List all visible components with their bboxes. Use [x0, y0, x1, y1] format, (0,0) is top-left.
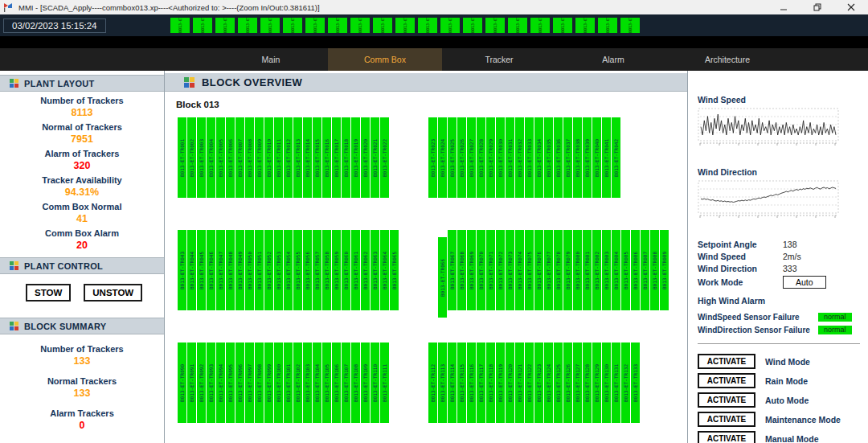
plant-control-button[interactable]: STOW: [26, 284, 71, 301]
tracker-bar[interactable]: B013-ET-TR061: [351, 230, 360, 310]
tracker-bar[interactable]: B013-ET-TR077: [544, 230, 553, 310]
tracker-bar[interactable]: B013-ET-TR051: [255, 230, 264, 310]
activate-button[interactable]: ACTIVATE: [698, 392, 755, 408]
tracker-bar[interactable]: B013-ET-TR025: [448, 117, 457, 198]
tracker-bar[interactable]: B013-ET-TR060: [342, 230, 350, 310]
tracker-bar[interactable]: B013-ET-TR107: [342, 343, 350, 423]
tracker-bar[interactable]: B013-ET-TR056: [303, 230, 312, 310]
tracker-bar[interactable]: B013-ET-TR133: [631, 343, 640, 423]
tracker-bar[interactable]: B013-ET-TR098: [255, 343, 264, 423]
tracker-bar[interactable]: B013-ET-TR020: [361, 117, 370, 198]
tracker-bar[interactable]: B013-ET-TR030: [496, 117, 505, 198]
activate-button[interactable]: ACTIVATE: [698, 412, 755, 427]
tracker-bar[interactable]: B013-ET-TR130: [602, 343, 611, 423]
tracker-bar[interactable]: B013-ET-TR014: [303, 117, 312, 198]
tracker-bar[interactable]: B013-ET-TR066: [438, 237, 447, 318]
tracker-bar[interactable]: B013-ET-TR092: [197, 343, 206, 423]
tracker-bar[interactable]: B013-ET-TR101: [284, 343, 293, 423]
tracker-bar[interactable]: B013-ET-TR129: [592, 343, 601, 423]
tracker-bar[interactable]: B013-ET-TR108: [351, 343, 360, 423]
maximize-button[interactable]: [800, 0, 834, 14]
tracker-bar[interactable]: B013-ET-TR075: [525, 230, 534, 310]
tracker-bar[interactable]: B013-ET-TR081: [583, 230, 592, 310]
activate-button[interactable]: ACTIVATE: [698, 373, 755, 388]
tracker-bar[interactable]: B013-ET-TR013: [293, 117, 302, 198]
tracker-bar[interactable]: B013-ET-TR063: [371, 230, 379, 310]
tracker-bar[interactable]: B013-ET-TR038: [573, 117, 582, 198]
tracker-bar[interactable]: B013-ET-TR040: [592, 117, 601, 198]
tracker-bar[interactable]: B013-ET-TR080: [573, 230, 582, 310]
tracker-bar[interactable]: B013-ET-TR034: [534, 117, 543, 198]
tracker-bar[interactable]: B013-ET-TR071: [486, 230, 495, 310]
tracker-bar[interactable]: B013-ET-TR089: [660, 230, 669, 310]
tracker-bar[interactable]: B013-ET-TR027: [467, 117, 476, 198]
tracker-bar[interactable]: B013-ET-TR119: [496, 343, 505, 423]
tracker-bar[interactable]: B013-ET-TR096: [235, 343, 244, 423]
tracker-bar[interactable]: B013-ET-TR095: [226, 343, 235, 423]
tracker-bar[interactable]: B013-ET-TR044: [187, 230, 196, 310]
tracker-bar[interactable]: B013-ET-TR120: [506, 343, 514, 423]
tracker-bar[interactable]: B013-ET-TR111: [380, 343, 389, 423]
tracker-bar[interactable]: B013-ET-TR042: [612, 117, 620, 198]
tracker-bar[interactable]: B013-ET-TR072: [496, 230, 505, 310]
tracker-bar[interactable]: B013-ET-TR067: [448, 230, 457, 310]
tracker-bar[interactable]: B013-ET-TR122: [525, 343, 534, 423]
activate-button[interactable]: ACTIVATE: [698, 431, 755, 443]
tracker-bar[interactable]: B013-ET-TR117: [477, 343, 485, 423]
plant-control-button[interactable]: UNSTOW: [84, 284, 142, 301]
tracker-bar[interactable]: B013-ET-TR059: [332, 230, 341, 310]
tracker-bar[interactable]: B013-ET-TR083: [602, 230, 611, 310]
tracker-bar[interactable]: B013-ET-TR005: [216, 117, 225, 198]
tracker-bar[interactable]: B013-ET-TR010: [264, 117, 273, 198]
tracker-bar[interactable]: B013-ET-TR037: [563, 117, 572, 198]
tracker-bar[interactable]: B013-ET-TR076: [534, 230, 543, 310]
tracker-bar[interactable]: B013-ET-TR121: [515, 343, 524, 423]
tracker-bar[interactable]: B013-ET-TR002: [187, 117, 196, 198]
tracker-bar[interactable]: B013-ET-TR082: [592, 230, 601, 310]
tracker-bar[interactable]: B013-ET-TR065: [390, 230, 399, 310]
tracker-bar[interactable]: B013-ET-TR021: [371, 117, 379, 198]
tracker-bar[interactable]: B013-ET-TR028: [477, 117, 485, 198]
tracker-bar[interactable]: B013-ET-TR131: [612, 343, 620, 423]
work-mode-value[interactable]: Auto: [783, 276, 826, 289]
tracker-bar[interactable]: B013-ET-TR113: [438, 343, 447, 423]
tracker-bar[interactable]: B013-ET-TR026: [457, 117, 466, 198]
tracker-bar[interactable]: B013-ET-TR045: [197, 230, 206, 310]
tracker-bar[interactable]: B013-ET-TR052: [264, 230, 273, 310]
tracker-bar[interactable]: B013-ET-TR099: [264, 343, 273, 423]
tracker-bar[interactable]: B013-ET-TR073: [506, 230, 514, 310]
tracker-bar[interactable]: B013-ET-TR123: [534, 343, 543, 423]
tracker-bar[interactable]: B013-ET-TR084: [612, 230, 620, 310]
tracker-bar[interactable]: B013-ET-TR003: [197, 117, 206, 198]
tracker-bar[interactable]: B013-ET-TR015: [313, 117, 321, 198]
tracker-bar[interactable]: B013-ET-TR011: [274, 117, 283, 198]
tracker-bar[interactable]: B013-ET-TR068: [457, 230, 466, 310]
nav-tab[interactable]: Tracker: [442, 48, 556, 71]
tracker-bar[interactable]: B013-ET-TR029: [486, 117, 495, 198]
tracker-bar[interactable]: B013-ET-TR058: [322, 230, 331, 310]
tracker-bar[interactable]: B013-ET-TR106: [332, 343, 341, 423]
tracker-bar[interactable]: B013-ET-TR116: [467, 343, 476, 423]
tracker-bar[interactable]: B013-ET-TR046: [207, 230, 215, 310]
tracker-bar[interactable]: B013-ET-TR024: [438, 117, 447, 198]
tracker-bar[interactable]: B013-ET-TR023: [428, 117, 437, 198]
tracker-bar[interactable]: B013-ET-TR022: [380, 117, 389, 198]
tracker-bar[interactable]: B013-ET-TR086: [631, 230, 640, 310]
tracker-bar[interactable]: B013-ET-TR125: [554, 343, 563, 423]
nav-tab[interactable]: Alarm: [556, 48, 670, 71]
tracker-bar[interactable]: B013-ET-TR090: [178, 343, 186, 423]
tracker-bar[interactable]: B013-ET-TR112: [428, 343, 437, 423]
tracker-bar[interactable]: B013-ET-TR055: [293, 230, 302, 310]
tracker-bar[interactable]: B013-ET-TR017: [332, 117, 341, 198]
minimize-button[interactable]: [767, 0, 800, 14]
tracker-bar[interactable]: B013-ET-TR126: [563, 343, 572, 423]
tracker-bar[interactable]: B013-ET-TR009: [255, 117, 264, 198]
tracker-bar[interactable]: B013-ET-TR048: [226, 230, 235, 310]
tracker-bar[interactable]: B013-ET-TR093: [207, 343, 215, 423]
tracker-bar[interactable]: B013-ET-TR047: [216, 230, 225, 310]
tracker-bar[interactable]: B013-ET-TR007: [235, 117, 244, 198]
tracker-bar[interactable]: B013-ET-TR103: [303, 343, 312, 423]
tracker-bar[interactable]: B013-ET-TR124: [544, 343, 553, 423]
tracker-bar[interactable]: B013-ET-TR109: [361, 343, 370, 423]
tracker-bar[interactable]: B013-ET-TR006: [226, 117, 235, 198]
